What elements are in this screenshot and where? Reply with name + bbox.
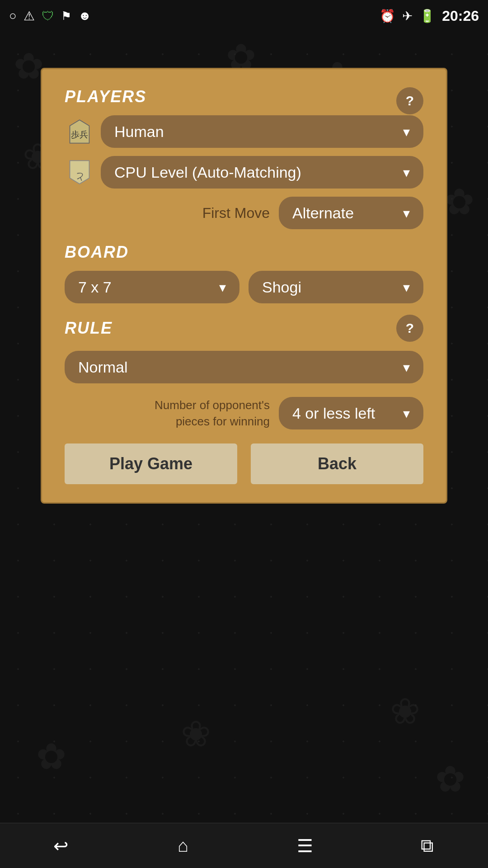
board-size-arrow-icon: ▾ — [219, 279, 226, 295]
first-move-row: First Move Alternate ▾ — [65, 197, 423, 229]
board-style-value: Shogi — [262, 278, 301, 296]
status-bar: ○ ⚠ 🛡 ⚑ ☻ ⏰ ✈ 🔋 20:26 — [0, 0, 488, 32]
alarm-icon: ⏰ — [380, 9, 395, 24]
flag-icon: ⚑ — [61, 9, 71, 23]
rule-dropdown[interactable]: Normal ▾ — [65, 351, 423, 383]
player1-dropdown[interactable]: Human ▾ — [101, 115, 423, 148]
rule-header: RULE ? — [65, 315, 423, 342]
players-help-button[interactable]: ? — [396, 87, 423, 114]
board-dropdowns: 7 x 7 ▾ Shogi ▾ — [65, 271, 423, 303]
winning-arrow-icon: ▾ — [403, 406, 410, 421]
player2-value: CPU Level (Auto-Matching) — [114, 164, 301, 181]
winning-condition-row: Number of opponent's pieces for winning … — [65, 397, 423, 430]
board-section: BOARD 7 x 7 ▾ Shogi ▾ — [65, 243, 423, 303]
rule-arrow-icon: ▾ — [403, 359, 410, 375]
nav-back-button[interactable]: ↩ — [43, 832, 79, 859]
first-move-arrow-icon: ▾ — [403, 205, 410, 221]
winning-dropdown[interactable]: 4 or less left ▾ — [279, 397, 423, 429]
player2-dropdown[interactable]: CPU Level (Auto-Matching) ▾ — [101, 156, 423, 189]
winning-value: 4 or less left — [292, 405, 375, 422]
nav-home-button[interactable]: ⌂ — [165, 832, 201, 859]
status-icons-right: ⏰ ✈ 🔋 20:26 — [380, 8, 479, 24]
play-game-button[interactable]: Play Game — [65, 443, 237, 484]
player1-piece-svg: 歩兵 — [66, 118, 93, 145]
nav-home-icon: ⌂ — [178, 835, 188, 856]
player2-row: と CPU Level (Auto-Matching) ▾ — [65, 156, 423, 189]
rule-section: RULE ? Normal ▾ — [65, 315, 423, 383]
rule-help-button[interactable]: ? — [396, 315, 423, 342]
rule-value: Normal — [78, 359, 128, 376]
circle-icon: ○ — [9, 9, 17, 23]
rule-help-icon: ? — [406, 321, 414, 336]
warning-icon: ⚠ — [23, 9, 35, 24]
main-content: ? PLAYERS 歩兵 Human ▾ — [0, 32, 488, 504]
first-move-value: Alternate — [292, 204, 354, 222]
airplane-icon: ✈ — [402, 9, 413, 24]
nav-menu-icon: ☰ — [297, 835, 313, 856]
players-help-icon: ? — [406, 93, 414, 108]
battery-icon: 🔋 — [419, 9, 435, 24]
board-style-arrow-icon: ▾ — [403, 279, 410, 295]
nav-menu-button[interactable]: ☰ — [287, 832, 323, 859]
player1-icon: 歩兵 — [65, 117, 94, 146]
bottom-navigation: ↩ ⌂ ☰ ⧉ — [0, 823, 488, 868]
first-move-label: First Move — [202, 205, 270, 222]
time-display: 20:26 — [442, 8, 479, 24]
android-icon: ☻ — [78, 9, 91, 23]
player1-arrow-icon: ▾ — [403, 124, 410, 140]
nav-windows-button[interactable]: ⧉ — [409, 832, 445, 859]
dialog-panel: ? PLAYERS 歩兵 Human ▾ — [41, 68, 447, 504]
svg-text:と: と — [75, 172, 84, 182]
shield-icon: 🛡 — [42, 9, 54, 24]
nav-windows-icon: ⧉ — [421, 835, 434, 856]
action-buttons: Play Game Back — [65, 443, 423, 484]
board-style-dropdown[interactable]: Shogi ▾ — [249, 271, 423, 303]
players-section-label: PLAYERS — [65, 87, 423, 106]
board-size-value: 7 x 7 — [78, 278, 112, 296]
svg-text:歩兵: 歩兵 — [71, 130, 88, 139]
first-move-dropdown[interactable]: Alternate ▾ — [279, 197, 423, 229]
status-icons-left: ○ ⚠ 🛡 ⚑ ☻ — [9, 9, 91, 24]
back-button[interactable]: Back — [251, 443, 423, 484]
board-size-dropdown[interactable]: 7 x 7 ▾ — [65, 271, 239, 303]
winning-condition-label: Number of opponent's pieces for winning — [65, 397, 270, 430]
player1-value: Human — [114, 123, 164, 141]
rule-section-label: RULE — [65, 319, 113, 338]
player2-arrow-icon: ▾ — [403, 165, 410, 180]
player2-icon: と — [65, 158, 94, 187]
board-section-label: BOARD — [65, 243, 423, 262]
player1-row: 歩兵 Human ▾ — [65, 115, 423, 148]
nav-back-icon: ↩ — [53, 835, 69, 856]
player2-piece-svg: と — [66, 159, 93, 186]
